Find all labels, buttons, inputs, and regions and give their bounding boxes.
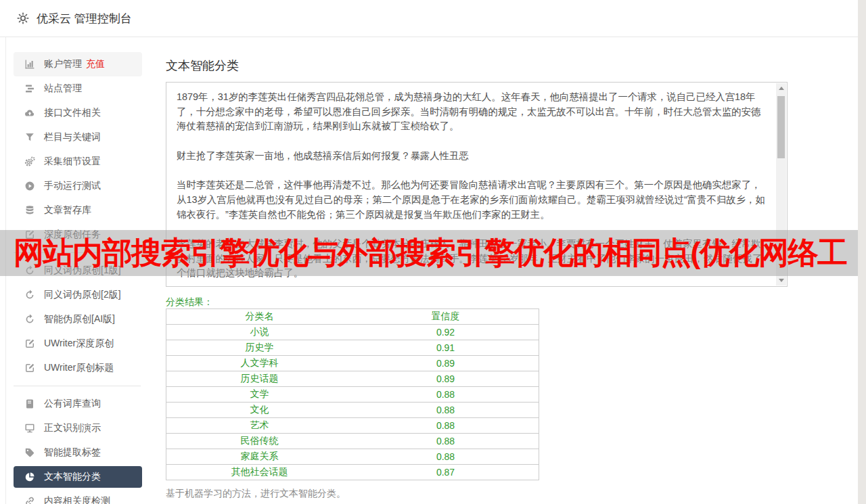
overlay-banner: 网站内部搜索引擎优化与外部搜索引擎优化的相同点(优化网络工 [0,230,858,276]
sidebar-item-uwriter-title[interactable]: UWriter原创标题 [14,356,142,380]
funnel-icon [24,132,35,143]
table-row: 历史话题0.89 [166,371,539,387]
table-row: 历史学0.91 [166,340,539,356]
table-row: 人文学科0.89 [166,356,539,371]
scroll-down-icon [779,279,784,282]
list-icon [24,83,35,95]
database-icon [24,205,35,216]
sidebar-item-tag-extraction[interactable]: 智能提取标签 [14,440,142,465]
sidebar-item-label: 同义词伪原创[2版] [44,289,121,301]
input-paragraph: 当时李莲英还是二总管，这件事他再清楚不过。那么他为何还要冒险向慈禧请求出宫呢？主… [177,178,765,222]
confidence-cell: 0.92 [352,325,539,340]
sidebar-item-label: 文章暂存库 [44,204,91,216]
category-cell: 历史学 [166,340,353,356]
sidebar-item-body-recognition[interactable]: 正文识别演示 [14,416,142,440]
gear-icon [16,12,30,25]
top-header: 优采云 管理控制台 [0,0,858,37]
input-paragraph: 财主抢了李莲英家一亩地，他成慈禧亲信后如何报复？暴露人性丑恶 [177,149,765,164]
sidebar-item-relevance-check[interactable]: 内容相关度检测 [14,489,142,504]
sidebar-item-label: 站点管理 [44,83,82,95]
confidence-cell: 0.88 [352,387,539,403]
sidebar-item-label: 采集细节设置 [44,156,101,168]
sidebar-item-synonym-v2[interactable]: 同义词伪原创[2版] [14,283,142,307]
link-icon [24,496,35,504]
sidebar-item-columns-keywords[interactable]: 栏目与关键词 [14,125,142,150]
category-cell: 艺术 [166,418,353,434]
page-title: 文本智能分类 [166,58,239,74]
sidebar-item-label: 正文识别演示 [44,422,101,434]
table-row: 小说0.92 [166,325,539,340]
confidence-cell: 0.87 [352,465,539,480]
sidebar-item-text-classification[interactable]: 文本智能分类 [14,466,142,488]
sidebar-item-uwriter-deep[interactable]: UWriter深度原创 [14,331,142,356]
edit-icon [24,338,35,350]
tag-icon [24,447,35,459]
input-paragraph: 1879年，31岁的李莲英出任储秀宫四品花翎总管，成为慈禧身边的大红人。这年春天… [177,90,765,134]
cloud-upload-icon [24,108,35,119]
table-row: 文学0.88 [166,387,539,403]
column-header-category: 分类名 [166,309,353,325]
confidence-cell: 0.88 [352,403,539,418]
result-label: 分类结果： [166,296,213,308]
sidebar-item-article-store[interactable]: 文章暂存库 [14,198,142,223]
sidebar-item-label: 手动运行测试 [44,180,101,192]
sidebar-item-label: 内容相关度检测 [44,495,110,504]
column-header-confidence: 置信度 [352,309,539,325]
sidebar-item-ai-rewrite[interactable]: 智能伪原创[AI版] [14,307,142,331]
app-window: 优采云 管理控制台 账户管理 充值 站点管理 [0,0,866,504]
edit-icon [24,363,35,374]
sidebar-item-interface-files[interactable]: 接口文件相关 [14,101,142,125]
sidebar-item-label: 智能伪原创[AI版] [44,313,115,325]
table-row: 艺术0.88 [166,418,539,434]
confidence-cell: 0.89 [352,371,539,387]
confidence-cell: 0.88 [352,418,539,434]
sidebar-item-collection-settings[interactable]: 采集细节设置 [14,150,142,174]
sidebar-item-label: 文本智能分类 [44,471,101,483]
app-title: 优采云 管理控制台 [37,11,132,26]
category-cell: 小说 [166,325,353,340]
bar-chart-icon [24,59,35,70]
sidebar-item-label: 栏目与关键词 [44,131,101,143]
confidence-cell: 0.89 [352,356,539,371]
sidebar-divider [14,386,141,386]
pie-chart-icon [24,472,35,483]
table-row: 民俗传统0.88 [166,434,539,449]
monitor-icon [24,423,35,434]
feature-caption: 基于机器学习的方法，进行文本智能分类。 [166,488,346,500]
category-cell: 家庭关系 [166,449,353,465]
category-cell: 文学 [166,387,353,403]
category-cell: 历史话题 [166,371,353,387]
table-row: 其他社会话题0.87 [166,465,539,480]
book-icon [24,398,35,410]
sidebar-item-label: UWriter深度原创 [44,338,114,350]
sidebar-item-sites[interactable]: 站点管理 [14,76,142,101]
scroll-up-icon [779,87,784,90]
refresh-icon [24,314,35,325]
category-cell: 其他社会话题 [166,465,353,480]
confidence-cell: 0.91 [352,340,539,356]
gears-icon [24,156,35,168]
confidence-cell: 0.88 [352,434,539,449]
sidebar-item-label: UWriter原创标题 [44,362,114,374]
recharge-badge[interactable]: 充值 [86,58,105,70]
sidebar-item-account[interactable]: 账户管理 充值 [14,52,142,76]
category-cell: 文化 [166,403,353,418]
sidebar-item-label: 智能提取标签 [44,446,101,459]
sidebar-item-label: 公有词库查询 [44,398,101,410]
sidebar-item-label: 账户管理 [44,58,82,70]
scrollbar-thumb[interactable] [777,96,785,158]
sidebar-item-label: 接口文件相关 [44,107,101,119]
sidebar-item-public-lexicon[interactable]: 公有词库查询 [14,392,142,416]
table-header-row: 分类名 置信度 [166,309,539,325]
category-cell: 人文学科 [166,356,353,371]
refresh-icon [24,290,35,301]
confidence-cell: 0.88 [352,449,539,465]
table-row: 文化0.88 [166,403,539,418]
category-cell: 民俗传统 [166,434,353,449]
table-row: 家庭关系0.88 [166,449,539,465]
scroll-down-button[interactable] [776,275,786,285]
classification-result-table: 分类名 置信度 小说0.92 历史学0.91 人文学科0.89 历史话题0.89… [166,308,539,480]
scroll-up-button[interactable] [776,83,786,93]
overlay-banner-text: 网站内部搜索引擎优化与外部搜索引擎优化的相同点(优化网络工 [14,233,847,273]
sidebar-item-manual-run[interactable]: 手动运行测试 [14,174,142,198]
